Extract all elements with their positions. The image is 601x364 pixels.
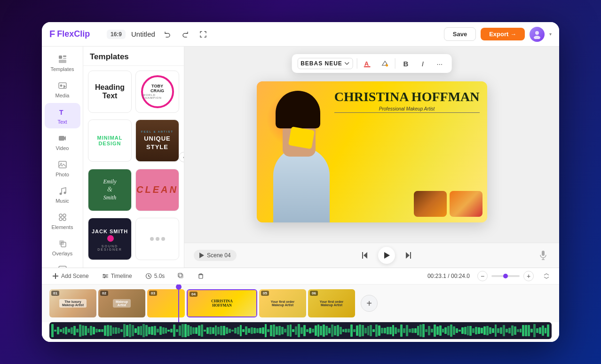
scene-text-2: MakeupArtist <box>113 299 131 308</box>
divider-1 <box>357 58 357 69</box>
svg-point-14 <box>63 192 66 194</box>
unique-inner: FEEL & ARTIST UNIQUE STYLE <box>136 127 179 155</box>
duration-label: 5.0s <box>154 273 165 279</box>
timeline-label: Timeline <box>111 273 132 279</box>
scene-num-1: 01 <box>51 291 59 296</box>
waveform <box>49 322 552 339</box>
play-controls <box>358 247 415 264</box>
play-button[interactable] <box>378 247 395 264</box>
audio-strip[interactable] <box>49 322 552 339</box>
sidebar-label-music: Music <box>55 198 69 204</box>
sidebar-item-templates[interactable]: Templates <box>45 50 80 76</box>
canvas-subject-title[interactable]: Professional Makeup Artist <box>334 106 480 113</box>
add-scene-plus-button[interactable]: + <box>361 295 378 312</box>
sidebar-label-templates: Templates <box>50 66 74 72</box>
scene-thumb-5[interactable]: 05 Your first orderMakeup Artist <box>259 289 306 317</box>
sidebar-label-text: Text <box>57 119 67 125</box>
svg-rect-4 <box>63 58 66 59</box>
sidebar-item-elements[interactable]: Elements <box>45 208 80 234</box>
toby-sub-text: WORLD CHAMPION <box>143 94 172 99</box>
text-icon: T <box>57 107 68 117</box>
zoom-out-button[interactable]: − <box>477 271 488 281</box>
template-card-toby[interactable]: TOBYCRAiG WORLD CHAMPION <box>135 71 179 113</box>
font-dropdown-icon <box>344 61 350 66</box>
toby-inner: TOBYCRAiG WORLD CHAMPION <box>141 75 174 108</box>
undo-button[interactable] <box>161 28 174 41</box>
svg-point-43 <box>105 276 106 277</box>
save-button[interactable]: Save <box>444 27 476 41</box>
svg-rect-11 <box>59 161 66 168</box>
template-card-heading[interactable]: Heading Text <box>88 71 132 113</box>
zoom-in-button[interactable]: + <box>523 271 534 281</box>
zoom-out-label: − <box>481 272 484 280</box>
fill-color-button[interactable] <box>378 57 391 70</box>
template-card-unique[interactable]: FEEL & ARTIST UNIQUE STYLE <box>135 119 179 162</box>
toolbar-icons <box>161 28 210 41</box>
sidebar-item-media[interactable]: Media <box>45 77 80 102</box>
redo-button[interactable] <box>179 28 192 41</box>
italic-button[interactable]: I <box>416 57 429 70</box>
duration-display: 5.0s <box>142 271 168 281</box>
zoom-controls: − + <box>477 271 534 281</box>
scene-badge: Scene 04 <box>194 250 237 261</box>
add-scene-button[interactable]: Add Scene <box>49 271 92 281</box>
ratio-badge[interactable]: 16:9 <box>107 30 126 39</box>
export-button[interactable]: Export → <box>481 28 525 40</box>
scene-text-1: The luxuryMakeup Artist <box>59 299 87 308</box>
svg-point-0 <box>535 31 539 35</box>
clean-text: CLEAN <box>136 184 178 195</box>
sidebar-item-bkground[interactable]: BKground <box>45 261 80 268</box>
sidebar-label-elements: Elements <box>52 224 73 230</box>
heading-text-label: Heading Text <box>92 83 127 100</box>
avatar[interactable] <box>530 27 545 42</box>
template-card-more[interactable] <box>135 218 179 260</box>
canvas-card[interactable]: CHRISTINA HOFFMAN Professional Makeup Ar… <box>257 81 487 222</box>
svg-text:T: T <box>59 109 63 116</box>
sidebar-item-photo[interactable]: Photo <box>45 156 80 181</box>
svg-rect-46 <box>179 274 183 278</box>
doc-title[interactable]: Untitled <box>131 30 155 38</box>
sidebar-item-music[interactable]: Music <box>45 182 80 207</box>
font-selector[interactable]: BEBAS NEUE <box>297 58 353 69</box>
avatar-dropdown[interactable]: ▾ <box>549 32 552 37</box>
delete-button[interactable] <box>195 271 207 281</box>
title-area: Untitled <box>131 28 438 41</box>
canvas-subject-name[interactable]: CHRISTINA HOFFMAN <box>334 90 480 103</box>
logo-f: F <box>49 29 55 40</box>
svg-point-18 <box>63 218 66 221</box>
svg-rect-33 <box>410 252 411 259</box>
timeline-button[interactable]: Timeline <box>99 271 135 281</box>
time-display: 00:23.1 / 00:24.0 <box>427 273 470 279</box>
expand-timeline-button[interactable] <box>541 271 552 281</box>
more-options-button[interactable]: ··· <box>433 57 446 70</box>
fullscreen-button[interactable] <box>197 28 210 41</box>
template-card-jack[interactable]: JACK SMITH SOUND DESIGNER <box>88 218 132 260</box>
dot-3 <box>161 237 165 241</box>
sidebar-item-text[interactable]: T Text <box>45 103 80 128</box>
text-color-button[interactable]: A <box>361 57 374 70</box>
dot-2 <box>156 237 159 241</box>
sidebar-label-photo: Photo <box>55 172 69 177</box>
template-card-emily[interactable]: Emily&Smith <box>88 169 132 211</box>
zoom-slider[interactable] <box>491 275 520 277</box>
scene-thumb-1[interactable]: 01 The luxuryMakeup Artist <box>49 289 96 317</box>
zoom-thumb <box>503 274 508 278</box>
svg-point-1 <box>534 36 540 39</box>
scene-thumb-3[interactable]: 03 <box>147 289 185 317</box>
mic-button[interactable] <box>537 249 550 262</box>
next-button[interactable] <box>402 249 415 262</box>
svg-rect-9 <box>59 136 64 141</box>
sidebar-item-overlays[interactable]: Overlays <box>45 235 80 260</box>
template-card-minimal[interactable]: MINIMALDESIGN <box>88 119 132 162</box>
svg-rect-48 <box>199 275 203 278</box>
scene-thumb-4[interactable]: 04 CHRISTINAHOFFMAN <box>187 289 257 317</box>
prev-button[interactable] <box>358 249 372 262</box>
bold-button[interactable]: B <box>399 57 412 70</box>
duplicate-button[interactable] <box>175 271 187 281</box>
loading-dots <box>150 237 165 241</box>
sidebar-item-video[interactable]: Video <box>45 129 80 155</box>
scene-thumb-2[interactable]: 02 MakeupArtist <box>98 289 145 317</box>
scene-thumb-6[interactable]: 06 Your first orderMakeup Artist <box>308 289 355 317</box>
unique-sub-text: FEEL & ARTIST <box>140 130 175 133</box>
template-card-clean[interactable]: CLEAN <box>135 169 179 211</box>
